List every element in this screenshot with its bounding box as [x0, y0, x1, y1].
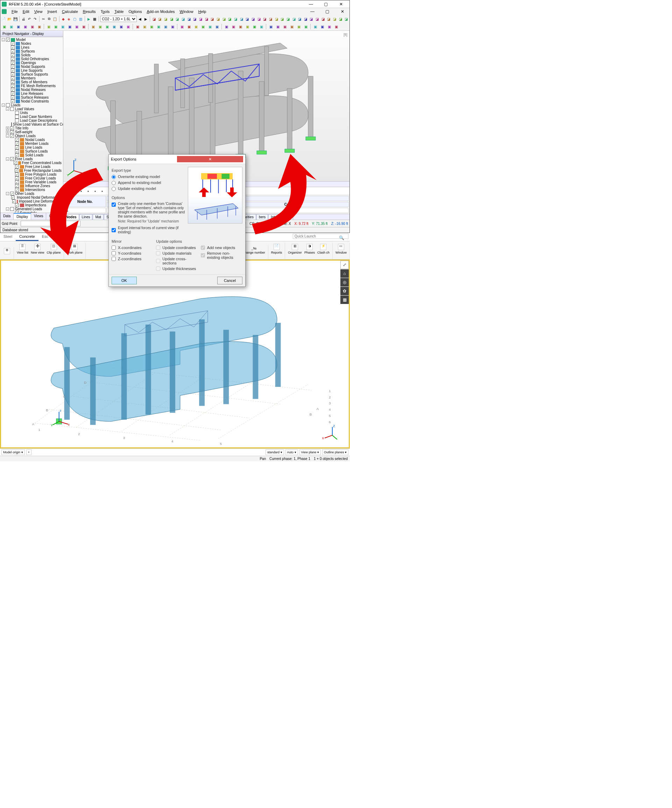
tb-misc-21[interactable]: ◪ [274, 16, 279, 22]
tb-misc-10[interactable]: ◪ [210, 16, 215, 22]
checkbox[interactable]: ✓ [11, 88, 15, 92]
tb-misc-16[interactable]: ◪ [244, 16, 250, 22]
tb-misc-24[interactable]: ◪ [291, 16, 297, 22]
tb-misc-12[interactable]: ◪ [221, 16, 227, 22]
expand-icon[interactable]: + [6, 127, 9, 130]
tb-row2-9[interactable]: ▣ [67, 23, 73, 30]
tree-item[interactable]: ✓ Line Loads [9, 145, 63, 149]
checkbox[interactable] [10, 107, 14, 111]
checkbox[interactable]: ✓ [11, 65, 15, 68]
checkbox[interactable]: ✓ [11, 45, 15, 49]
radio-append[interactable]: Append to existing model [112, 180, 185, 186]
tree-item[interactable]: ✓ Nodes [5, 42, 63, 45]
checkbox[interactable] [15, 119, 19, 122]
tree-item[interactable]: Show Load Values at Surface Center [9, 122, 63, 126]
side-target[interactable]: ◎ [340, 278, 349, 287]
mdi-max[interactable]: ▢ [321, 8, 334, 15]
radio-overwrite[interactable]: Overwrite existing model [112, 174, 185, 180]
checkbox[interactable]: ✓ [11, 53, 15, 57]
tb-misc-14[interactable]: ◪ [233, 16, 238, 22]
rb-viewlist[interactable]: ☰View list [16, 244, 29, 254]
expand-icon[interactable]: - [6, 207, 9, 210]
tb-row2-29[interactable]: ▣ [214, 23, 220, 30]
checkbox[interactable]: ✓ [13, 161, 17, 165]
tb-row2-17[interactable]: ▣ [125, 23, 131, 30]
checkbox[interactable]: ✓ [10, 192, 14, 195]
checkbox[interactable] [10, 207, 14, 211]
tb-misc-18[interactable]: ◪ [256, 16, 262, 22]
checkbox[interactable]: ✓ [15, 188, 19, 192]
tb-row2-23[interactable]: ▣ [169, 23, 176, 30]
tb-misc-28[interactable]: ◪ [314, 16, 320, 22]
tb-row2-32[interactable]: ▣ [237, 23, 244, 30]
tb-row2-44[interactable]: ▣ [326, 23, 332, 30]
tb-misc-7[interactable]: ◪ [192, 16, 198, 22]
menu-calculate[interactable]: Calculate [60, 9, 80, 14]
mirror-y[interactable]: Y-coordinates [112, 250, 153, 256]
tb-misc-20[interactable]: ◪ [268, 16, 273, 22]
tb-misc-30[interactable]: ◪ [326, 16, 332, 22]
tb-misc-29[interactable]: ◪ [321, 16, 326, 22]
radio-update[interactable]: Update existing model [112, 186, 185, 192]
tb-x1[interactable]: ◆ [60, 16, 66, 22]
tb-row2-3[interactable]: ▣ [22, 23, 28, 30]
checkbox[interactable] [6, 103, 10, 107]
tree-item[interactable]: ✓ Member Loads [9, 142, 63, 145]
tb-paste[interactable]: 📋 [52, 16, 58, 22]
menu-edit[interactable]: Edit [21, 9, 32, 14]
viewport-revit[interactable]: A1 BCD 2345 123 456 AB z x Y Z X ⤢ [0, 260, 350, 448]
menu-file[interactable]: File [10, 9, 20, 14]
tb-misc-26[interactable]: ◪ [303, 16, 308, 22]
rb-organizer[interactable]: ▥Organizer [287, 244, 303, 254]
tb-row2-12[interactable]: ▣ [90, 23, 96, 30]
checkbox[interactable]: ✓ [15, 169, 18, 172]
tree-item[interactable]: ✓ Nodal Loads [9, 138, 63, 142]
tb-row2-42[interactable]: ▣ [312, 23, 318, 30]
tree-item[interactable]: ✓ Lines [5, 45, 63, 49]
tb-row2-18[interactable]: ▣ [134, 23, 140, 30]
menu-tools[interactable]: Tools [98, 9, 112, 14]
checkbox[interactable]: ✓ [15, 145, 19, 149]
tb-misc-33[interactable]: ◪ [344, 16, 349, 22]
tb-table[interactable]: ▦ [92, 16, 97, 22]
expand-icon[interactable]: - [6, 157, 9, 160]
checkbox[interactable]: ✓ [11, 76, 15, 80]
tree-item[interactable]: ✓ Openings [5, 61, 63, 65]
vc-viewplane[interactable]: View plane ▾ [299, 449, 321, 455]
tree-item[interactable]: ✓ Surface Releases [5, 95, 63, 99]
tree-item[interactable]: - Loads [0, 103, 63, 107]
menu-options[interactable]: Options [126, 9, 144, 14]
menu-table[interactable]: Table [112, 9, 125, 14]
tb-misc-11[interactable]: ◪ [216, 16, 221, 22]
ok-button[interactable]: OK [112, 277, 137, 284]
vc-plus[interactable]: + [26, 449, 32, 455]
expand-icon[interactable]: - [6, 192, 9, 195]
tb-redo[interactable]: ↷ [33, 16, 38, 22]
checkbox[interactable]: ✓ [10, 126, 14, 130]
tree-item[interactable]: ✓ Line Releases [5, 92, 63, 95]
tb-row2-5[interactable]: ▣ [36, 23, 42, 30]
side-maximize[interactable]: ⤢ [340, 260, 349, 269]
tb-row2-26[interactable]: ▣ [193, 23, 199, 30]
checkbox[interactable]: ✓ [15, 149, 19, 153]
tb-misc-27[interactable]: ◪ [309, 16, 314, 22]
nav-tab-data[interactable]: Data [0, 213, 13, 220]
menu-help[interactable]: Help [196, 9, 209, 14]
rtab-concrete[interactable]: Concrete [16, 233, 38, 241]
tb-misc-23[interactable]: ◪ [286, 16, 291, 22]
rb-phases[interactable]: ◑Phases [304, 244, 316, 254]
minimize-button[interactable]: — [304, 1, 318, 8]
tb-row2-11[interactable]: ▣ [80, 23, 87, 30]
tb-row2-0[interactable]: ▣ [1, 23, 7, 30]
tb-misc-8[interactable]: ◪ [198, 16, 203, 22]
tb-misc-1[interactable]: ◪ [157, 16, 163, 22]
tb-row2-22[interactable]: ▣ [162, 23, 169, 30]
checkbox[interactable]: ✓ [11, 195, 15, 199]
expand-icon[interactable]: - [2, 38, 5, 41]
expand-icon[interactable]: - [6, 134, 9, 137]
tb-row2-19[interactable]: ▣ [141, 23, 148, 30]
tb-row2-20[interactable]: ▣ [148, 23, 155, 30]
tree-item[interactable]: - ✓ Model [0, 38, 63, 42]
tree-item[interactable]: ✓ Nodal Constraints [5, 99, 63, 103]
mirror-x[interactable]: X-coordinates [112, 245, 153, 250]
